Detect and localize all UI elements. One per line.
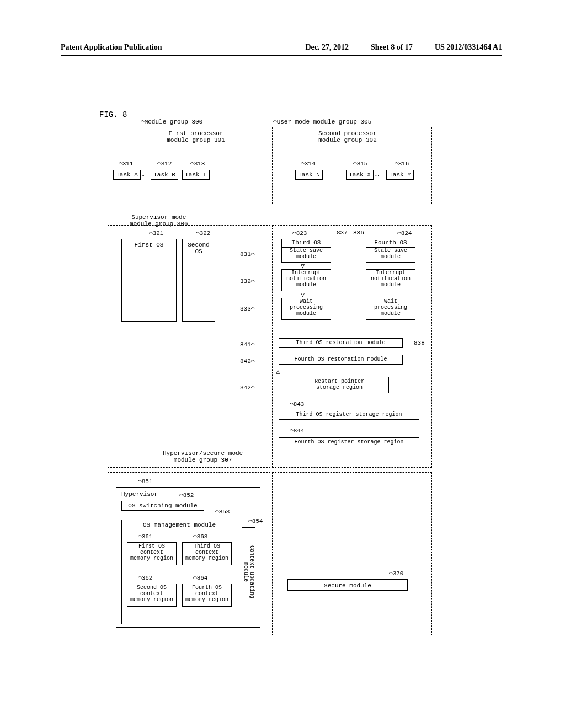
ellipsis-1: … <box>142 171 146 178</box>
ref-342: 342⌒ <box>240 384 254 391</box>
context-updating: Context updating module <box>242 527 255 615</box>
ref-841: 841⌒ <box>240 341 254 348</box>
ref-853: ⌒853 <box>215 508 230 515</box>
hypervisor-right-group <box>272 472 432 635</box>
ref-815: ⌒815 <box>353 160 367 167</box>
first-proc-title: First processor module group 301 <box>141 130 251 143</box>
ref-844: ⌒844 <box>290 427 304 434</box>
interrupt-4: Interrupt notification module <box>366 269 415 291</box>
ref-361: ⌒361 <box>138 533 152 540</box>
ctx3: Third OS context memory region <box>182 542 232 565</box>
ref-823: ⌒823 <box>292 229 307 237</box>
ref-314: ⌒314 <box>301 160 315 167</box>
ref-854: ⌒854 <box>248 517 263 524</box>
restart-pointer: Restart pointer storage region <box>290 377 389 393</box>
ref-313: ⌒313 <box>190 160 205 167</box>
first-os: First OS <box>121 239 177 322</box>
module-group-label: ⌒Module group 300 <box>141 118 202 125</box>
pubno-label: US 2012/0331464 A1 <box>435 43 502 52</box>
task-b: Task B <box>151 170 178 180</box>
ref-362: ⌒362 <box>138 574 152 581</box>
ref-851: ⌒851 <box>138 478 152 485</box>
reg-storage-3: Third OS register storage region <box>279 410 419 420</box>
hypervisor-title: Hypervisor <box>121 491 158 497</box>
state-save-4: State save module <box>366 247 415 263</box>
ref-322: ⌒322 <box>196 229 210 237</box>
third-os: Third OS <box>281 239 331 247</box>
reg-storage-4: Fourth OS register storage region <box>279 437 419 447</box>
ref-321: ⌒321 <box>149 229 163 237</box>
ref-843: ⌒843 <box>290 400 304 408</box>
sheet-label: Sheet 8 of 17 <box>371 43 413 52</box>
user-mode-group-label: ⌒User mode module group 305 <box>273 118 371 125</box>
ref-312: ⌒312 <box>157 160 172 167</box>
ctx1: First OS context memory region <box>127 542 177 565</box>
wait-4: Wait processing module <box>366 298 415 320</box>
ref-816: ⌒816 <box>395 160 409 167</box>
wait-3: Wait processing module <box>281 298 331 320</box>
ref-864: ⌒864 <box>193 574 207 581</box>
ctx4: Fourth OS context memory region <box>182 584 232 607</box>
ref-837: 837 <box>337 229 348 236</box>
ref-311: ⌒311 <box>119 160 133 167</box>
task-n: Task N <box>295 170 323 180</box>
arrow-up-rp: △ <box>276 367 280 376</box>
os-switching: OS switching module <box>121 501 204 511</box>
restoration-3: Third OS restoration module <box>279 338 403 348</box>
interrupt-3: Interrupt notification module <box>281 269 331 291</box>
state-save-3: State save module <box>281 247 331 263</box>
os-mgmt-title: OS management module <box>121 522 237 528</box>
diagram-root: ⌒Module group 300 ⌒User mode module grou… <box>108 120 433 639</box>
task-y: Task Y <box>386 170 414 180</box>
ctx2: Second OS context memory region <box>127 584 177 607</box>
second-os: Second OS <box>182 239 215 322</box>
hypervisor-group-label: Hypervisor/secure mode module group 307 <box>163 450 243 463</box>
ref-836: 836 <box>353 229 364 236</box>
second-proc-title: Second processor module group 302 <box>292 130 403 143</box>
fourth-os: Fourth OS <box>366 239 415 247</box>
task-x: Task X <box>346 170 374 180</box>
ellipsis-2: … <box>375 171 379 178</box>
page-header: Patent Application Publication Dec. 27, … <box>61 43 502 56</box>
ref-824: ⌒824 <box>397 229 412 237</box>
figure-label: FIG. 8 <box>99 110 127 119</box>
ref-363: ⌒363 <box>193 533 207 540</box>
secure-module: Secure module <box>287 579 408 591</box>
ref-838: 838 <box>414 340 425 346</box>
task-a: Task A <box>113 170 141 180</box>
publication-label: Patent Application Publication <box>61 43 306 52</box>
ref-831: 831⌒ <box>240 250 254 258</box>
ref-332: 332⌒ <box>240 277 254 285</box>
ref-842: 842⌒ <box>240 357 254 365</box>
task-l: Task L <box>182 170 210 180</box>
ref-852: ⌒852 <box>179 491 194 499</box>
restoration-4: Fourth OS restoration module <box>279 355 403 365</box>
ref-370: ⌒370 <box>389 570 403 577</box>
ref-333: 333⌒ <box>240 305 254 312</box>
date-label: Dec. 27, 2012 <box>306 43 349 52</box>
